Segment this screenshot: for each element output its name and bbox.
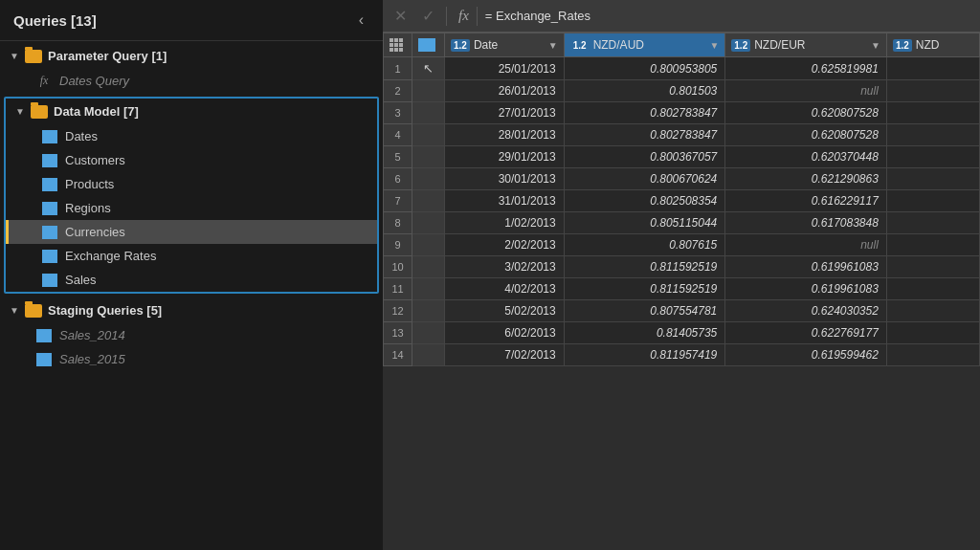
formula-separator-2 bbox=[477, 7, 478, 26]
table-row: 92/02/20130.807615null bbox=[384, 234, 980, 256]
regions-item[interactable]: Regions bbox=[6, 196, 377, 220]
row-number-cell: 8 bbox=[384, 212, 412, 234]
nzd-aud-cell: 0.801503 bbox=[564, 80, 725, 102]
sales-item[interactable]: Sales bbox=[6, 268, 377, 292]
sales-label: Sales bbox=[65, 273, 97, 287]
nzd-eur-cell: 0.620370448 bbox=[725, 146, 887, 168]
formula-separator bbox=[446, 7, 447, 26]
date-cell: 28/01/2013 bbox=[445, 124, 565, 146]
arrow-icon: ▼ bbox=[10, 51, 19, 61]
date-cell: 6/02/2013 bbox=[445, 322, 565, 344]
table-header-row: 1.2 Date ▼ 1.2 NZD/AUD ▼ bbox=[384, 33, 980, 57]
table-row: 81/02/20130.8051150440.617083848 bbox=[384, 212, 980, 234]
nzd-aud-cell: 0.807554781 bbox=[564, 300, 725, 322]
parameter-query-header[interactable]: ▼ Parameter Query [1] bbox=[0, 43, 383, 69]
icon-cell bbox=[412, 146, 445, 168]
formula-input[interactable] bbox=[485, 9, 972, 23]
customers-label: Customers bbox=[65, 153, 125, 167]
data-model-header[interactable]: ▼ Data Model [7] bbox=[6, 99, 377, 124]
nzd-aud-cell: 0.802783847 bbox=[564, 124, 725, 146]
sidebar-collapse-button[interactable]: ‹ bbox=[353, 10, 369, 31]
grid-icon bbox=[390, 38, 403, 52]
table-row: 136/02/20130.814057350.622769177 bbox=[384, 322, 980, 344]
table-icon bbox=[42, 130, 57, 143]
nzd-eur-cell: 0.620807528 bbox=[725, 124, 887, 146]
nzd-eur-cell: 0.616229117 bbox=[725, 190, 887, 212]
sales-2014-item[interactable]: Sales_2014 bbox=[0, 323, 383, 347]
table-row: 731/01/20130.8025083540.616229117 bbox=[384, 190, 980, 212]
date-cell: 2/02/2013 bbox=[445, 234, 565, 256]
table-icon bbox=[42, 226, 57, 239]
currencies-label: Currencies bbox=[65, 225, 125, 239]
row-number-cell: 13 bbox=[384, 322, 412, 344]
dates-query-item[interactable]: fx Dates Query bbox=[0, 69, 383, 93]
nzd-aud-col-name: NZD/AUD bbox=[593, 38, 644, 52]
icon-cell bbox=[412, 190, 445, 212]
dates-query-label: Dates Query bbox=[59, 74, 129, 88]
row-number-cell: 4 bbox=[384, 124, 412, 146]
icon-cell bbox=[412, 278, 445, 300]
date-col-name: Date bbox=[474, 38, 498, 52]
table-row: 1↖25/01/20130.8009538050.625819981 bbox=[384, 57, 980, 80]
currencies-item[interactable]: Currencies bbox=[6, 220, 377, 244]
nzd-aud-cell: 0.81405735 bbox=[564, 322, 725, 344]
customers-item[interactable]: Customers bbox=[6, 148, 377, 172]
nzd-eur-cell: 0.619961083 bbox=[725, 278, 887, 300]
nzd-eur-cell: 0.625819981 bbox=[725, 57, 887, 80]
sidebar-title: Queries [13] bbox=[13, 12, 97, 29]
nzd-x-cell bbox=[886, 57, 979, 80]
table-row: 428/01/20130.8027838470.620807528 bbox=[384, 124, 980, 146]
nzd-aud-cell: 0.807615 bbox=[564, 234, 725, 256]
confirm-formula-button[interactable]: ✓ bbox=[418, 5, 438, 27]
table-icon bbox=[42, 202, 57, 215]
folder-icon bbox=[25, 304, 42, 318]
table-row: 147/02/20130.8119574190.619599462 bbox=[384, 344, 980, 366]
nzd-x-cell bbox=[886, 168, 979, 190]
date-col-dropdown[interactable]: ▼ bbox=[548, 40, 558, 51]
arrow-icon: ▼ bbox=[10, 305, 19, 316]
nzd-aud-col-dropdown[interactable]: ▼ bbox=[709, 40, 719, 51]
icon-cell bbox=[412, 344, 445, 366]
nzd-x-cell bbox=[886, 80, 979, 102]
row-num-col-header bbox=[384, 33, 412, 57]
date-col-header: 1.2 Date ▼ bbox=[445, 33, 565, 57]
nzd-aud-cell: 0.802508354 bbox=[564, 190, 725, 212]
row-number-cell: 11 bbox=[384, 278, 412, 300]
date-cell: 31/01/2013 bbox=[445, 190, 565, 212]
nzd-eur-col-dropdown[interactable]: ▼ bbox=[871, 40, 880, 51]
nzd-x-col-name: NZD bbox=[916, 38, 940, 52]
sidebar: Queries [13] ‹ ▼ Parameter Query [1] fx … bbox=[0, 0, 383, 550]
nzd-x-col-type: 1.2 bbox=[893, 39, 912, 52]
nzd-x-cell bbox=[886, 146, 979, 168]
date-cell: 5/02/2013 bbox=[445, 300, 565, 322]
data-model-label: Data Model [7] bbox=[54, 104, 139, 119]
products-item[interactable]: Products bbox=[6, 172, 377, 196]
sales-2015-label: Sales_2015 bbox=[59, 352, 125, 366]
sales-2014-label: Sales_2014 bbox=[59, 328, 125, 342]
icon-cell bbox=[412, 322, 445, 344]
icon-cell: ↖ bbox=[412, 57, 445, 80]
nzd-eur-cell: 0.624030352 bbox=[725, 300, 887, 322]
icon-cell bbox=[412, 300, 445, 322]
nzd-x-cell bbox=[886, 322, 979, 344]
regions-label: Regions bbox=[65, 201, 111, 215]
row-number-cell: 2 bbox=[384, 80, 412, 102]
exchange-rates-item[interactable]: Exchange Rates bbox=[6, 244, 377, 268]
nzd-eur-cell: 0.622769177 bbox=[725, 322, 887, 344]
table-icon bbox=[36, 329, 52, 342]
data-table-wrapper: 1.2 Date ▼ 1.2 NZD/AUD ▼ bbox=[383, 33, 980, 550]
table-row: 529/01/20130.8003670570.620370448 bbox=[384, 146, 980, 168]
nzd-x-cell bbox=[886, 256, 979, 278]
nzd-x-cell bbox=[886, 300, 979, 322]
cancel-formula-button[interactable]: ✕ bbox=[390, 5, 411, 27]
date-cell: 27/01/2013 bbox=[445, 102, 565, 124]
parameter-query-label: Parameter Query [1] bbox=[48, 49, 167, 63]
sales-2015-item[interactable]: Sales_2015 bbox=[0, 347, 383, 371]
table-row: 630/01/20130.8006706240.621290863 bbox=[384, 168, 980, 190]
nzd-eur-col-name: NZD/EUR bbox=[754, 38, 805, 52]
nzd-aud-cell: 0.800953805 bbox=[564, 57, 725, 80]
staging-queries-header[interactable]: ▼ Staging Queries [5] bbox=[0, 297, 383, 323]
table-row: 226/01/20130.801503null bbox=[384, 80, 980, 102]
dates-item[interactable]: Dates bbox=[6, 124, 377, 148]
icon-cell bbox=[412, 102, 445, 124]
